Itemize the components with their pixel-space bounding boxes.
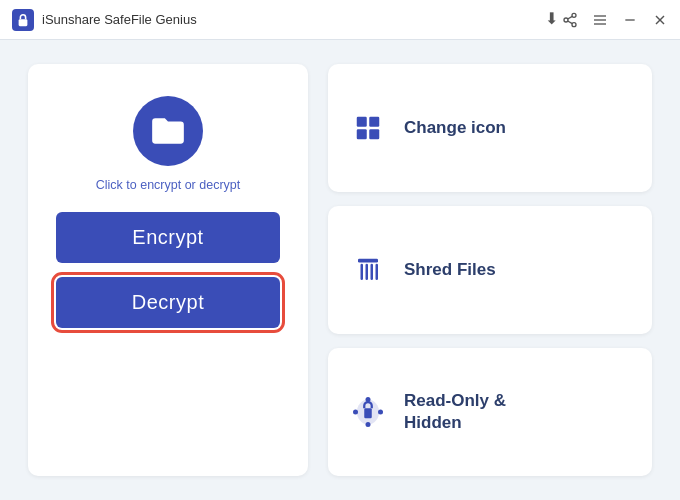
svg-rect-15 xyxy=(369,129,379,139)
svg-rect-13 xyxy=(369,117,379,127)
change-icon-label: Change icon xyxy=(404,118,506,138)
readonly-hidden-label: Read-Only &Hidden xyxy=(404,390,506,434)
svg-rect-0 xyxy=(19,19,28,26)
decrypt-button[interactable]: Decrypt xyxy=(56,277,280,328)
svg-point-23 xyxy=(353,410,358,415)
svg-rect-12 xyxy=(357,117,367,127)
svg-line-4 xyxy=(568,21,573,24)
svg-rect-16 xyxy=(358,259,378,263)
svg-point-24 xyxy=(378,410,383,415)
svg-rect-18 xyxy=(366,264,369,280)
svg-rect-20 xyxy=(376,264,379,280)
right-panel: Change icon Shred Files xyxy=(328,64,652,476)
shred-icon xyxy=(350,255,386,285)
left-panel: Click to encrypt or decrypt Encrypt Decr… xyxy=(28,64,308,476)
svg-point-3 xyxy=(572,23,576,27)
readonly-icon xyxy=(350,397,386,427)
menu-button[interactable] xyxy=(592,11,608,28)
click-hint: Click to encrypt or decrypt xyxy=(96,178,241,192)
change-icon-card[interactable]: Change icon xyxy=(328,64,652,192)
main-content: Click to encrypt or decrypt Encrypt Decr… xyxy=(0,40,680,500)
svg-point-22 xyxy=(366,422,371,427)
encrypt-button[interactable]: Encrypt xyxy=(56,212,280,263)
svg-point-1 xyxy=(572,13,576,17)
app-logo xyxy=(12,9,34,31)
folder-icon-circle[interactable] xyxy=(133,96,203,166)
svg-rect-19 xyxy=(371,264,374,280)
minimize-button[interactable] xyxy=(622,11,638,28)
shred-files-label: Shred Files xyxy=(404,260,496,280)
readonly-hidden-card[interactable]: Read-Only &Hidden xyxy=(328,348,652,476)
svg-point-2 xyxy=(564,18,568,22)
svg-point-21 xyxy=(366,397,371,402)
svg-rect-17 xyxy=(361,264,364,280)
shred-files-card[interactable]: Shred Files xyxy=(328,206,652,334)
share-button[interactable]: ⬇ xyxy=(545,11,578,28)
svg-line-5 xyxy=(568,16,573,19)
folder-icon xyxy=(149,112,187,150)
window-controls: ⬇ xyxy=(545,11,668,28)
grid-icon xyxy=(350,113,386,143)
lock-icon xyxy=(16,13,30,27)
close-button[interactable] xyxy=(652,11,668,28)
app-title: iSunshare SafeFile Genius xyxy=(42,12,545,27)
title-bar: iSunshare SafeFile Genius ⬇ xyxy=(0,0,680,40)
svg-rect-14 xyxy=(357,129,367,139)
